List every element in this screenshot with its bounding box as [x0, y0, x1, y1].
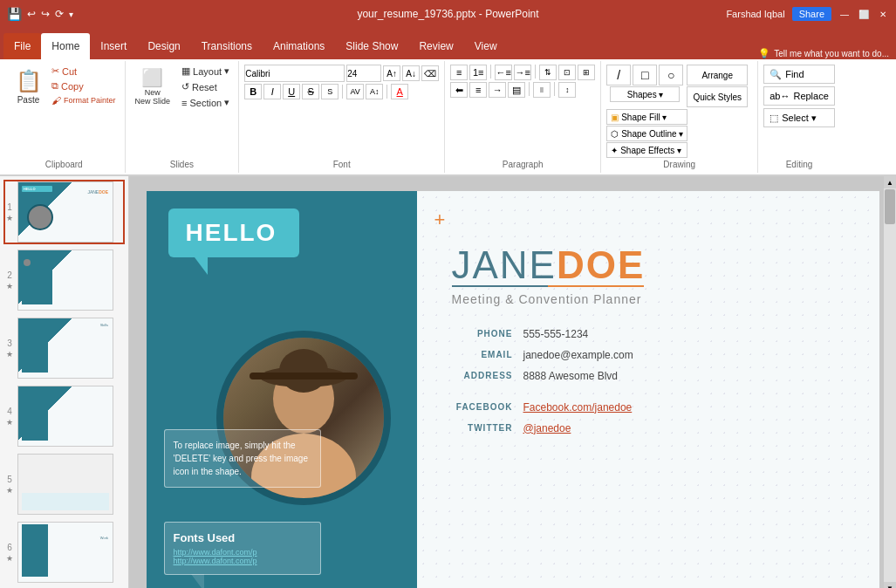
justify-button[interactable]: ▤ — [508, 82, 525, 98]
reset-button[interactable]: ↺ Reset — [178, 80, 233, 93]
tab-slideshow[interactable]: Slide Show — [335, 33, 408, 59]
layout-button[interactable]: ▦ Layout ▾ — [178, 65, 233, 78]
replace-button[interactable]: ab↔ Replace — [763, 86, 835, 106]
shapes-button[interactable]: Shapes▾ — [610, 86, 680, 102]
bucket-icon: ▣ — [611, 113, 619, 122]
ribbon: File Home Insert Design Transitions Anim… — [0, 28, 896, 176]
tab-file[interactable]: File — [3, 33, 41, 59]
paste-button[interactable]: 📋 Paste — [9, 65, 48, 107]
font-link-2: http://www.dafont.com/p — [174, 557, 311, 565]
main-canvas: HELLO — [129, 176, 896, 588]
tab-animations[interactable]: Animations — [263, 33, 335, 59]
fonts-used-box: Fonts Used http://www.dafont.com/p http:… — [164, 522, 321, 575]
shadow-button[interactable]: S — [321, 84, 339, 99]
char-spacing-button[interactable]: A↕ — [366, 84, 383, 99]
tab-design[interactable]: Design — [137, 33, 190, 59]
title-bar-right: Farshad Iqbal Share — ⬜ ✕ — [726, 7, 889, 21]
align-right-button[interactable]: → — [489, 82, 506, 98]
scroll-down-button[interactable]: ▼ — [884, 582, 896, 588]
font-row2: B I U S S AV A↕ A — [244, 84, 408, 99]
tell-me-input[interactable]: 💡 Tell me what you want to do... — [758, 48, 889, 59]
indent-decrease[interactable]: ←≡ — [495, 65, 512, 80]
new-slide-button[interactable]: ⬜ New New Slide — [131, 65, 175, 108]
ribbon-group-font: A↑ A↓ ⌫ B I U S S AV A↕ A Font — [239, 61, 445, 173]
dropdown-icon[interactable]: ▾ — [69, 10, 73, 19]
slide-num-1: 1 ★ — [5, 202, 14, 222]
lightbulb-icon: 💡 — [758, 48, 770, 59]
tab-home[interactable]: Home — [41, 33, 90, 59]
quick-styles-button[interactable]: Quick Styles — [687, 86, 748, 107]
cut-button[interactable]: ✂ Cut — [48, 65, 120, 78]
star-6: ★ — [6, 554, 13, 563]
editing-label: Editing — [786, 160, 813, 169]
name-block: JANEDOE Meeting & Convention Planner — [452, 243, 845, 306]
select-button[interactable]: ⬚ Select ▾ — [763, 108, 835, 127]
font-spacing-button[interactable]: AV — [346, 84, 364, 99]
numbering-button[interactable]: 1≡ — [469, 65, 487, 80]
slide-thumb-2[interactable]: 2 ★ — [3, 248, 125, 312]
bullets-button[interactable]: ≡ — [450, 65, 468, 80]
rect-shape[interactable]: □ — [633, 65, 657, 85]
bold-button[interactable]: B — [244, 84, 262, 99]
italic-button[interactable]: I — [263, 84, 281, 99]
slide-thumb-4[interactable]: 4 ★ — [3, 384, 125, 448]
align-center-button[interactable]: ≡ — [469, 82, 487, 98]
smartart-button[interactable]: ⊞ — [578, 65, 595, 80]
clipboard-label: Clipboard — [45, 160, 83, 169]
facebook-label: FACEBOOK — [452, 402, 513, 412]
find-icon: 🔍 — [769, 69, 782, 80]
tab-review[interactable]: Review — [408, 33, 463, 59]
clear-format-button[interactable]: ⌫ — [421, 65, 439, 81]
font-color-button[interactable]: A — [391, 84, 408, 99]
shape-effects-button[interactable]: ✦ Shape Effects ▾ — [606, 142, 687, 158]
columns-button[interactable]: ⫴ — [533, 82, 551, 98]
save-icon[interactable]: 💾 — [7, 7, 22, 21]
align-text-button[interactable]: ⊡ — [558, 65, 576, 80]
align-left-button[interactable]: ⬅ — [450, 82, 468, 98]
strikethrough-button[interactable]: S — [302, 84, 319, 99]
svg-point-3 — [279, 349, 328, 393]
tab-view[interactable]: View — [464, 33, 508, 59]
close-button[interactable]: ✕ — [877, 8, 889, 20]
contact-row-phone: PHONE 555-555-1234 — [452, 328, 845, 340]
share-button[interactable]: Share — [792, 7, 831, 21]
slide-thumb-1[interactable]: 1 ★ HELLO JANEDOE — [3, 180, 125, 244]
indent-increase[interactable]: →≡ — [514, 65, 531, 80]
slide-thumb-6[interactable]: 6 ★ Work — [3, 520, 125, 585]
font-size-increase[interactable]: A↑ — [383, 65, 400, 81]
copy-button[interactable]: ⧉ Copy — [48, 79, 120, 92]
line-spacing-button[interactable]: ↕ — [558, 82, 576, 98]
font-size-decrease[interactable]: A↓ — [402, 65, 420, 81]
slide-thumb-3[interactable]: 3 ★ Skills — [3, 316, 125, 380]
format-painter-button[interactable]: 🖌 Format Painter — [48, 94, 120, 106]
font-name-input[interactable] — [244, 65, 345, 82]
contact-spacer — [452, 391, 845, 401]
scroll-thumb-right[interactable] — [885, 189, 895, 224]
minimize-button[interactable]: — — [838, 8, 851, 20]
undo-icon[interactable]: ↩ — [27, 8, 36, 20]
oval-shape[interactable]: ○ — [659, 65, 683, 85]
text-direction-button[interactable]: ⇅ — [539, 65, 557, 80]
font-link-1: http://www.dafont.com/p — [174, 548, 311, 557]
window-title: your_resume_19736.pptx - PowerPoint — [357, 8, 538, 20]
shape-outline-button[interactable]: ⬡ Shape Outline ▾ — [606, 126, 687, 141]
find-button[interactable]: 🔍 Find — [763, 65, 835, 84]
tab-transitions[interactable]: Transitions — [191, 33, 263, 59]
redo-icon[interactable]: ↪ — [41, 8, 50, 20]
replace-text: To replace image, simply hit the 'DELETE… — [174, 439, 311, 478]
font-size-input[interactable] — [346, 65, 381, 82]
full-name: JANEDOE — [452, 243, 845, 287]
shape-fill-button[interactable]: ▣ Shape Fill ▾ — [606, 109, 687, 125]
restore-button[interactable]: ⬜ — [858, 8, 870, 20]
tab-insert[interactable]: Insert — [90, 33, 137, 59]
effects-icon: ✦ — [611, 146, 618, 155]
autosave-icon[interactable]: ⟳ — [55, 8, 64, 20]
scroll-up-button[interactable]: ▲ — [884, 176, 896, 188]
section-button[interactable]: ≡ Section ▾ — [178, 96, 233, 109]
slide-thumb-5[interactable]: 5 ★ — [3, 452, 125, 516]
paste-icon: 📋 — [15, 67, 43, 95]
arrange-button[interactable]: Arrange — [687, 65, 748, 85]
underline-button[interactable]: U — [283, 84, 300, 99]
drawing-content: / □ ○ Shapes▾ Arrange Quick St — [606, 65, 752, 158]
line-shape[interactable]: / — [606, 65, 631, 85]
